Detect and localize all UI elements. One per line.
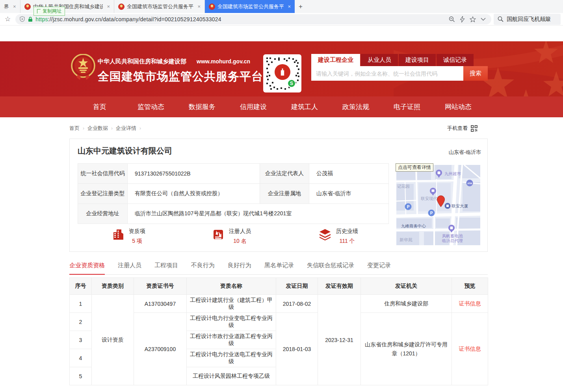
tab-title: 界: [4, 3, 9, 10]
tab-qualifications[interactable]: 企业资质资格: [69, 262, 105, 275]
ministry-name: 中华人民共和国住房和城乡建设部: [98, 58, 186, 65]
tab-projects[interactable]: 工程项目: [154, 262, 178, 275]
search-tab-personnel[interactable]: 从业人员: [361, 54, 398, 66]
tab-close-icon[interactable]: ×: [197, 4, 201, 9]
search-button[interactable]: 搜索: [463, 66, 488, 81]
col-category: 资质类别: [92, 278, 134, 295]
building-icon: [112, 229, 124, 240]
cell-validity: 2023-12-31: [318, 295, 361, 385]
tab-dishonesty-records[interactable]: 失信联合惩戒记录: [307, 262, 354, 275]
map-label-business-center: 九峰商务中心: [401, 224, 426, 228]
stat-label: 历史业绩: [336, 228, 358, 235]
search-icon: [498, 16, 504, 22]
cell-issue-date: 2017-08-02: [276, 295, 318, 313]
cell-cert-no: A137030497: [134, 295, 187, 313]
company-region: 山东省-临沂市: [449, 149, 481, 156]
table-header-row: 序号 资质类别 资质证书号 资质名称 发证日期 发证有效期 发证机关 预览: [70, 278, 488, 295]
tab-close-icon[interactable]: ×: [13, 4, 16, 9]
reg-place-label: 企业注册属地: [260, 184, 309, 204]
zoom-out-icon[interactable]: [449, 16, 455, 22]
stat-value[interactable]: 111 个: [336, 238, 358, 245]
map-label-garden: 记花园: [397, 184, 410, 189]
tab-blacklist[interactable]: 黑名单记录: [264, 262, 294, 275]
cell-category: 设计资质: [92, 295, 134, 385]
nav-item-site-news[interactable]: 网站动态: [433, 96, 484, 117]
map-label-tower: 联安大厦: [452, 203, 468, 208]
mobile-view-control[interactable]: 手机查看: [447, 125, 478, 132]
breadcrumb-separator: ›: [111, 126, 113, 131]
search-tab-enterprise[interactable]: 建设工程企业: [311, 54, 360, 66]
tab-registered-personnel[interactable]: 注册人员: [118, 262, 141, 275]
favorite-star-icon[interactable]: [470, 16, 476, 22]
qr-pattern: [266, 57, 268, 59]
cell-authority: 住房和城乡建设部: [361, 295, 452, 313]
bookmark-star-icon[interactable]: ☆: [2, 15, 13, 23]
url-field[interactable]: https://jzsc.mohurd.gov.cn/data/company/…: [15, 14, 491, 24]
quick-search-box[interactable]: 国航回应飞机颠簸: [494, 14, 561, 25]
stat-value[interactable]: 5 项: [129, 238, 145, 245]
browser-tab-0[interactable]: 界 ×: [0, 0, 20, 13]
nav-item-home[interactable]: 首页: [74, 96, 125, 117]
address-tools: [449, 16, 487, 22]
flash-icon[interactable]: [460, 16, 465, 22]
stat-history-performance: 历史业绩 111 个: [319, 228, 358, 245]
stat-value[interactable]: 10 名: [229, 238, 251, 245]
nav-item-policy[interactable]: 政策法规: [330, 96, 381, 117]
nav-item-workers[interactable]: 建筑工人: [279, 96, 330, 117]
mobile-view-label: 手机查看: [447, 125, 468, 132]
cell-authority: 山东省住房和城乡建设厅许可专用章（1201）: [361, 313, 452, 385]
platform-title: 全国建筑市场监管公共服务平台: [98, 69, 263, 85]
address-bar: ☆ https://jzsc.mohurd.gov.cn/data/compan…: [0, 13, 563, 26]
new-tab-button[interactable]: +: [295, 0, 307, 13]
url-text: https://jzsc.mohurd.gov.cn/data/company/…: [35, 16, 446, 22]
breadcrumb-company-data[interactable]: 企业数据: [87, 125, 108, 132]
search-tab-project[interactable]: 建设项目: [399, 54, 436, 66]
map-label-battery-2: 临沂总代理: [442, 238, 463, 243]
certificate-info-link[interactable]: 证书信息: [459, 300, 481, 307]
chevron-down-icon[interactable]: [481, 18, 486, 21]
cell-seq: 5: [70, 367, 92, 385]
browser-tab-2[interactable]: 全国建筑市场监管公共服务平台 ×: [114, 0, 205, 13]
cell-qual-name: 工程设计建筑行业（建筑工程）甲级: [187, 295, 276, 313]
national-emblem-icon: [71, 54, 96, 80]
tab-good-behavior[interactable]: 良好行为: [228, 262, 251, 275]
cell-issue-date: 2018-01-03: [276, 313, 318, 385]
keyword-search-input[interactable]: [311, 66, 463, 81]
legal-rep-label: 企业法定代表人: [260, 164, 309, 184]
reg-place-value: 山东省-临沂市: [309, 184, 389, 204]
cell-seq: 2: [70, 313, 92, 331]
masthead-search-panel: 建设工程企业 从业人员 建设项目 诚信记录 搜索: [311, 54, 488, 81]
nav-item-e-license[interactable]: 电子证照: [381, 96, 433, 117]
company-stats: 资质项 5 项 注册人员 10 名: [70, 228, 388, 248]
shield-plus-icon[interactable]: [19, 16, 25, 22]
browser-tab-active[interactable]: 全国建筑市场监管公共服务平台 ×: [205, 0, 295, 13]
nav-item-credit[interactable]: 信用建设: [228, 96, 279, 117]
tab-close-icon[interactable]: ×: [288, 4, 291, 9]
breadcrumb-company-detail[interactable]: 企业详情: [116, 125, 136, 132]
map-label-xinhuayuan: 新华苑: [399, 237, 412, 242]
col-authority: 发证机关: [361, 278, 452, 295]
ministry-site-url: www.mohurd.gov.cn: [197, 58, 250, 65]
cell-qual-name: 工程设计市政行业道路工程专业丙级: [187, 331, 276, 349]
breadcrumb-home[interactable]: 首页: [69, 125, 80, 132]
gov-favicon-icon: [209, 4, 215, 10]
search-tab-credit[interactable]: 诚信记录: [437, 54, 474, 66]
cell-seq: 1: [70, 295, 92, 313]
site-masthead: 中华人民共和国住房和城乡建设部 www.mohurd.gov.cn 全国建筑市场…: [0, 41, 563, 96]
secure-lock-icon: [28, 17, 33, 22]
reg-type-value: 有限责任公司（自然人投资或控股）: [128, 184, 260, 204]
tab-close-icon[interactable]: ×: [107, 4, 110, 9]
tab-bad-behavior[interactable]: 不良行为: [191, 262, 215, 275]
tab-change-records[interactable]: 变更记录: [367, 262, 391, 275]
reg-type-label: 企业登记注册类型: [78, 184, 128, 204]
nav-item-data-service[interactable]: 数据服务: [177, 96, 228, 117]
gov-favicon-icon: [24, 4, 31, 10]
detail-tabs: 企业资质资格 注册人员 工程项目 不良行为 良好行为 黑名单记录 失信联合惩戒记…: [69, 262, 488, 275]
location-map[interactable]: 点击可查看详情: [396, 165, 480, 245]
map-image[interactable]: 九州超市 ATM 记花园 联安现代城 P P 联安大厦 九峰商务中心 新华苑 风…: [396, 165, 480, 245]
cell-cert-no: A237009100: [134, 313, 187, 385]
breadcrumb: 首页 › 企业数据 › 企业详情 › 手机查看: [69, 124, 488, 133]
certificate-info-link[interactable]: 证书信息: [459, 346, 481, 352]
nav-item-supervision[interactable]: 监管动态: [125, 96, 177, 117]
brand-block: 中华人民共和国住房和城乡建设部 www.mohurd.gov.cn 全国建筑市场…: [98, 58, 263, 85]
